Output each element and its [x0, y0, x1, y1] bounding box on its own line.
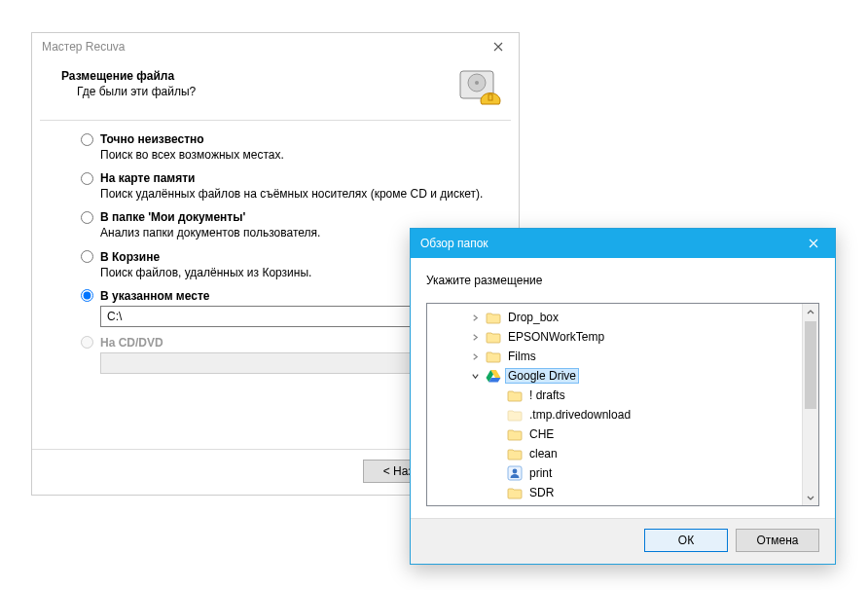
tree-node[interactable]: Films [433, 347, 802, 366]
chevron-right-icon[interactable] [468, 313, 482, 322]
hard-drive-icon [456, 69, 501, 108]
radio-recycle-bin[interactable] [81, 250, 93, 263]
folder-tree-wrap: Drop_boxEPSONWorkTempFilmsGoogle Drive! … [426, 303, 819, 506]
tree-node-label: Drop_box [505, 310, 561, 325]
tree-scrollbar[interactable] [802, 304, 818, 505]
wizard-title: Мастер Recuva [42, 40, 126, 54]
folder-icon [507, 387, 523, 403]
chevron-right-icon[interactable] [468, 333, 482, 342]
ok-button[interactable]: ОК [644, 529, 728, 552]
option-unknown: Точно неизвестно Поиск во всех возможных… [81, 132, 509, 163]
tree-node-label: CHE [526, 426, 557, 442]
radio-unknown[interactable] [81, 133, 93, 146]
folder-icon [507, 407, 523, 423]
scroll-thumb[interactable] [805, 321, 816, 409]
tree-node[interactable]: print [433, 463, 802, 483]
browse-titlebar[interactable]: Обзор папок [411, 229, 835, 258]
chevron-down-icon[interactable] [468, 372, 482, 381]
google-drive-icon [486, 368, 501, 384]
folder-icon [486, 310, 501, 325]
tree-node[interactable]: SDR [433, 483, 802, 502]
wizard-header-title: Размещение файла [61, 69, 196, 83]
browse-close-button[interactable] [791, 229, 835, 258]
wizard-close-button[interactable] [486, 37, 511, 56]
user-icon [507, 465, 523, 481]
close-icon [493, 42, 503, 52]
scroll-up-button[interactable] [803, 304, 818, 320]
cancel-button[interactable]: Отмена [736, 529, 819, 552]
svg-point-2 [475, 81, 479, 85]
chevron-up-icon [807, 309, 814, 316]
option-label: На CD/DVD [100, 336, 163, 350]
wizard-titlebar[interactable]: Мастер Recuva [32, 33, 519, 59]
radio-specified-location[interactable] [81, 289, 93, 302]
folder-tree[interactable]: Drop_boxEPSONWorkTempFilmsGoogle Drive! … [427, 304, 802, 505]
option-desc: Поиск во всех возможных местах. [100, 147, 509, 163]
folder-icon [507, 485, 523, 500]
tree-node[interactable]: Google Drive [433, 366, 802, 386]
svg-point-5 [513, 469, 518, 474]
tree-node-label: SDR [526, 485, 557, 500]
browse-footer: ОК Отмена [411, 518, 835, 564]
browse-title: Обзор папок [420, 237, 488, 250]
tree-node[interactable]: ! drafts [433, 386, 802, 405]
wizard-header: Размещение файла Где были эти файлы? [32, 59, 519, 120]
tree-node[interactable]: .tmp.drivedownload [433, 405, 802, 424]
folder-icon [486, 329, 501, 345]
tree-node-label: .tmp.drivedownload [526, 407, 633, 423]
tree-node[interactable]: CHE [433, 424, 802, 444]
option-label: В папке 'Мои документы' [100, 210, 245, 224]
close-icon [809, 239, 818, 248]
tree-node-label: Films [505, 349, 539, 364]
svg-rect-3 [488, 94, 492, 100]
tree-node[interactable]: EPSONWorkTemp [433, 327, 802, 347]
tree-node-label: EPSONWorkTemp [505, 329, 607, 345]
option-desc: Поиск удалённых файлов на съёмных носите… [100, 186, 509, 202]
option-label: Точно неизвестно [100, 132, 204, 146]
radio-memory-card[interactable] [81, 172, 93, 185]
scroll-down-button[interactable] [803, 489, 818, 505]
chevron-right-icon[interactable] [468, 352, 482, 361]
option-label: В указанном месте [100, 289, 209, 303]
folder-icon [486, 349, 501, 364]
browse-instruction: Укажите размещение [411, 258, 835, 297]
tree-node-label: Google Drive [505, 368, 579, 384]
browse-folders-dialog: Обзор папок Укажите размещение Drop_boxE… [410, 228, 836, 565]
option-label: На карте памяти [100, 171, 195, 185]
option-memory-card: На карте памяти Поиск удалённых файлов н… [81, 171, 509, 202]
tree-node-label: print [526, 465, 555, 481]
chevron-down-icon [807, 494, 814, 501]
wizard-header-subtitle: Где были эти файлы? [61, 85, 196, 98]
folder-icon [507, 426, 523, 442]
radio-my-documents[interactable] [81, 211, 93, 224]
drive-combo [100, 352, 460, 374]
tree-node[interactable]: Drop_box [433, 308, 802, 327]
radio-cd-dvd [81, 336, 93, 349]
folder-icon [507, 446, 523, 461]
tree-node-label: ! drafts [526, 387, 568, 403]
tree-node-label: clean [526, 446, 561, 461]
tree-node[interactable]: clean [433, 444, 802, 463]
option-label: В Корзине [100, 250, 160, 264]
